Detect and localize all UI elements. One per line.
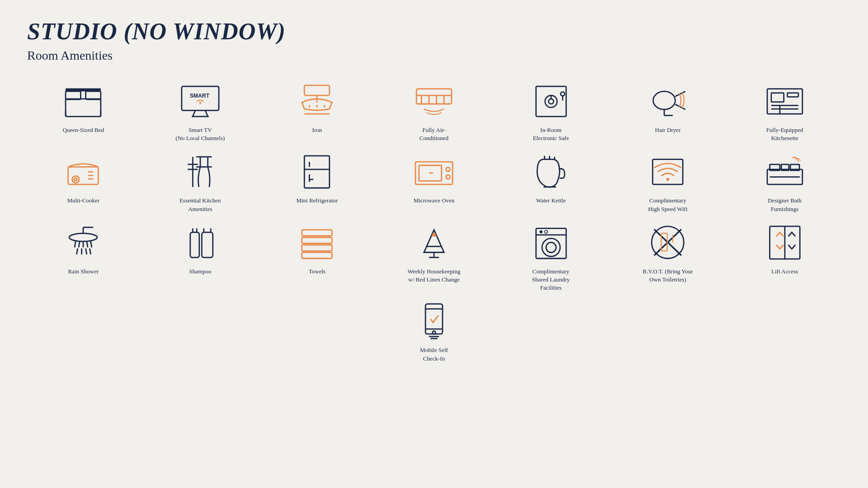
- microwave-label: Microwave Oven: [414, 197, 455, 205]
- wifi-icon: [645, 151, 690, 192]
- mini-fridge-icon: [294, 151, 340, 192]
- safe-icon: [528, 81, 574, 122]
- hair-dryer-icon: [645, 81, 690, 122]
- section-subtitle: Room Amenities: [27, 48, 841, 63]
- mobile-checkin-icon: [411, 301, 457, 342]
- housekeeping-icon: [411, 222, 457, 263]
- kitchen-amenities-label: Essential KitchenAmenities: [179, 197, 221, 213]
- svg-point-28: [561, 92, 565, 96]
- svg-line-7: [193, 110, 195, 116]
- amenity-water-kettle: Water Kettle: [495, 151, 607, 213]
- svg-rect-0: [66, 99, 101, 116]
- svg-rect-5: [66, 88, 101, 91]
- rain-shower-icon: [61, 222, 106, 263]
- amenity-queen-bed: Queen-Sized Bed: [27, 81, 140, 142]
- ac-icon: [411, 81, 457, 122]
- svg-point-11: [199, 102, 201, 103]
- amenity-kitchenette: Fully-EquippedKitchenette: [728, 81, 841, 142]
- iron-label: Iron: [312, 126, 322, 134]
- lift-icon: [762, 222, 807, 263]
- towels-label: Towels: [309, 267, 326, 276]
- svg-line-84: [91, 242, 92, 248]
- svg-line-8: [205, 110, 208, 116]
- amenity-lift: Lift Access: [728, 222, 841, 292]
- towels-icon: [294, 222, 340, 263]
- amenity-shampoo: Shampoo: [144, 222, 257, 292]
- amenity-kitchen-amenities: Essential KitchenAmenities: [144, 151, 257, 213]
- iron-icon: [294, 81, 340, 122]
- amenity-multi-cooker: Multi-Cooker: [27, 151, 140, 213]
- svg-point-30: [653, 91, 675, 109]
- page-title: STUDIO (NO WINDOW): [27, 18, 841, 45]
- laundry-label: ComplimentaryShared LaundryFacilities: [532, 267, 570, 292]
- svg-point-63: [446, 167, 450, 171]
- rain-shower-label: Rain Shower: [68, 267, 99, 276]
- smart-tv-label: Smart TV(No Local Channels): [175, 126, 225, 142]
- svg-line-81: [79, 242, 80, 248]
- smart-tv-icon: SMART: [178, 81, 223, 122]
- svg-rect-95: [302, 230, 332, 236]
- svg-rect-12: [305, 85, 330, 95]
- amenity-ac: Fully Air-Conditioned: [378, 81, 491, 142]
- amenity-towels: Towels: [261, 222, 373, 292]
- lift-label: Lift Access: [771, 267, 798, 276]
- svg-rect-98: [302, 253, 332, 258]
- microwave-icon: [411, 151, 457, 192]
- multi-cooker-icon: [61, 151, 106, 192]
- svg-rect-1: [66, 91, 80, 99]
- byot-label: B.Y.O.T. (Bring YourOwn Toiletries): [643, 267, 693, 284]
- svg-point-43: [74, 178, 77, 181]
- kitchenette-icon: [762, 81, 807, 122]
- svg-rect-92: [202, 233, 212, 258]
- housekeeping-label: Weekly Housekeepingw/ Bed Linen Change: [407, 267, 460, 284]
- svg-line-80: [75, 242, 75, 248]
- queen-bed-icon: [61, 81, 106, 122]
- svg-rect-24: [536, 86, 566, 117]
- svg-line-88: [90, 249, 91, 254]
- svg-text:SMART: SMART: [190, 92, 210, 99]
- bath-furnishings-label: Designer BathFurnishings: [768, 197, 802, 213]
- amenity-iron: Iron: [261, 81, 373, 142]
- amenity-laundry: ComplimentaryShared LaundryFacilities: [495, 222, 607, 292]
- svg-rect-97: [302, 245, 332, 251]
- svg-point-106: [542, 239, 560, 257]
- amenity-smart-tv: SMART Smart TV(No Local Channels): [144, 81, 257, 142]
- amenity-microwave: Microwave Oven: [378, 151, 491, 213]
- kitchenette-label: Fully-EquippedKitchenette: [766, 126, 803, 142]
- svg-point-109: [544, 230, 547, 234]
- bath-furnishings-icon: [762, 151, 807, 192]
- svg-line-85: [77, 249, 78, 254]
- svg-point-64: [446, 175, 450, 179]
- svg-line-83: [87, 242, 88, 248]
- amenity-safe: In-RoomElectronic Safe: [495, 81, 607, 142]
- svg-point-71: [666, 178, 670, 181]
- safe-label: In-RoomElectronic Safe: [533, 126, 569, 142]
- svg-point-108: [539, 230, 542, 234]
- byot-icon: [645, 222, 690, 263]
- shampoo-icon: [178, 222, 223, 263]
- shampoo-label: Shampoo: [189, 267, 211, 276]
- amenity-byot: B.Y.O.T. (Bring YourOwn Toiletries): [612, 222, 724, 292]
- amenity-housekeeping: Weekly Housekeepingw/ Bed Linen Change: [378, 222, 491, 292]
- svg-rect-2: [86, 91, 101, 99]
- svg-rect-36: [771, 93, 784, 102]
- queen-bed-label: Queen-Sized Bed: [63, 126, 104, 134]
- amenity-mobile-checkin: Mobile SelfCheck-In: [378, 301, 491, 362]
- amenities-grid: Queen-Sized Bed SMART Smart TV(No Local …: [27, 81, 841, 363]
- svg-line-87: [86, 249, 87, 254]
- amenity-bath-furnishings: Designer BathFurnishings: [728, 151, 841, 213]
- svg-point-120: [433, 331, 436, 334]
- amenity-wifi: ComplimentaryHigh Speed Wifi: [612, 151, 724, 213]
- svg-rect-96: [302, 238, 332, 244]
- svg-point-77: [69, 234, 97, 242]
- svg-point-107: [546, 243, 556, 253]
- svg-point-42: [72, 176, 80, 183]
- mini-fridge-label: Mini Refrigerator: [296, 197, 338, 205]
- water-kettle-icon: [528, 151, 574, 192]
- multi-cooker-label: Multi-Cooker: [67, 197, 100, 205]
- ac-label: Fully Air-Conditioned: [420, 126, 448, 142]
- amenity-mini-fridge: Mini Refrigerator: [261, 151, 373, 213]
- hair-dryer-label: Hair Dryer: [655, 126, 681, 134]
- svg-rect-56: [305, 156, 330, 188]
- svg-point-101: [432, 233, 436, 237]
